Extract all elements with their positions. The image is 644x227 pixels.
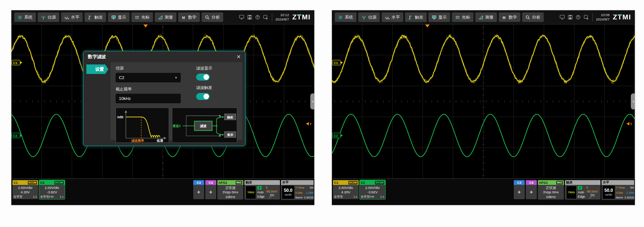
flow-display-button[interactable]: 显示 (227, 133, 233, 137)
channel-C2-block[interactable]: C2DC1M 2.00V/div-3.92V全带宽FIR1:1 (39, 180, 65, 199)
channel-AFG1-block[interactable]: AFG150Ω 正弦波3Vpp 0mv10kHz (217, 180, 243, 200)
response-ylabel: 0dB (117, 115, 123, 119)
dial-icon[interactable] (255, 15, 261, 20)
channel-C3-block[interactable]: C3 + (514, 180, 525, 199)
menu-source[interactable]: 信源 (38, 12, 59, 22)
trigger-level-marker[interactable]: T (626, 122, 632, 126)
flow-trigger-button[interactable]: 触发 (227, 116, 233, 119)
chevron-down-icon: ▼ (175, 76, 177, 79)
channel-C1-block[interactable]: C1DC1M 2.00V/div4.20V全带宽1:1 (12, 180, 38, 199)
separator (272, 13, 272, 21)
c1-marker[interactable]: C1 (12, 60, 22, 65)
trigger-block[interactable]: 触发 TRIG 2AutoEdge T: -80.0mVDC (244, 180, 280, 200)
menu-math[interactable]: M数学 (499, 12, 520, 22)
search-icon (525, 15, 530, 20)
menu-system[interactable]: 系统 (14, 12, 36, 22)
trigger-block[interactable]: 触发 TRIG 2AutoEdge T: -80.0mVDC (565, 180, 600, 200)
gear-icon (338, 15, 343, 20)
channel-C4-block[interactable]: C4 + (205, 180, 216, 199)
channel-C4-block[interactable]: C4 + (526, 180, 537, 199)
monitor-icon[interactable] (239, 15, 244, 20)
add-channel-icon: + (206, 186, 216, 199)
measure-icon (479, 15, 483, 20)
add-channel-icon: + (514, 186, 524, 199)
c2-marker[interactable]: C2 (332, 133, 343, 138)
wave-icon (64, 15, 69, 20)
menu-system[interactable]: 系统 (335, 12, 356, 22)
disk-icon[interactable] (247, 15, 252, 20)
menu-cursor[interactable]: 光标 (131, 12, 153, 22)
timebase-box: 50.0us/div (282, 186, 294, 199)
oscilloscope-panel-right: 系统信源水平触发显示光标测量M数学分析 10:08 2024/8/7 ZTMI … (332, 10, 635, 205)
flow-filter-label: 滤波 (200, 124, 207, 128)
menu-buttons: 系统信源水平触发显示光标测量M数学分析 (14, 12, 223, 22)
coupling-badge: DC1M (375, 181, 384, 185)
response-type-label: 低通 (156, 139, 164, 142)
status-icons (559, 15, 589, 20)
menu-math[interactable]: M数学 (178, 12, 200, 22)
filter-display-toggle[interactable] (196, 74, 210, 81)
menu-source[interactable]: 信源 (358, 12, 380, 22)
waveform-display: C1C2T ‹ (332, 24, 635, 179)
menu-trigger[interactable]: 触发 (405, 12, 427, 22)
touch-icon[interactable] (584, 15, 589, 20)
trigger-position-marker[interactable] (425, 25, 430, 27)
c1-marker[interactable]: C1 (332, 60, 343, 65)
monitor-icon[interactable] (559, 15, 565, 20)
menu-cursor[interactable]: 光标 (452, 12, 473, 22)
coupling-badge: DC1M (348, 181, 357, 185)
trigger-position-marker[interactable] (143, 25, 148, 27)
channel-C1-block[interactable]: C1DC1M 2.00V/div4.20V全带宽1:1 (333, 180, 359, 199)
menu-analyze[interactable]: 分析 (522, 12, 544, 22)
channel-C3-block[interactable]: C3 + (193, 180, 204, 199)
menu-measure[interactable]: 测量 (475, 12, 497, 22)
trigger-level-marker[interactable]: T (306, 122, 312, 126)
date-text: 2024/8/7 (596, 17, 610, 22)
disk-icon[interactable] (568, 15, 573, 20)
screen-icon (432, 15, 437, 20)
svg-text:M: M (503, 15, 506, 19)
source-select[interactable]: C2 ▼ (116, 73, 181, 82)
trig-indicator: TRIG (246, 186, 256, 199)
brand-logo: ZTMI (613, 13, 632, 21)
channel-AFG1-block[interactable]: AFG150Ω 正弦波3Vpp 0mv10kHz (538, 180, 564, 200)
trig-indicator: TRIG (566, 186, 577, 199)
horizontal-block[interactable]: 水平 50.0us/div T-Time500us 0.00s1.25Mpts … (281, 180, 314, 200)
menu-analyze[interactable]: 分析 (202, 12, 223, 22)
trigger-source-badge: 2 (578, 186, 582, 190)
menu-bar: 系统信源水平触发显示光标测量M数学分析 10:08 2024/8/7 ZTMI (332, 10, 635, 24)
menu-horizontal[interactable]: 水平 (61, 12, 83, 22)
menu-trigger[interactable]: 触发 (85, 12, 106, 22)
menu-horizontal[interactable]: 水平 (382, 12, 403, 22)
filter-trigger-toggle[interactable] (196, 93, 210, 100)
source-value: C2 (119, 75, 124, 80)
bar-right: 10:08 2024/8/7 ZTMI (559, 13, 632, 22)
collapse-handle[interactable]: ‹ (310, 93, 315, 109)
measure-icon (158, 15, 163, 20)
cutoff-input[interactable]: 10kHz (116, 94, 181, 103)
touch-icon[interactable] (263, 15, 269, 20)
dialog-fields: 信源 C2 ▼ 截止频率 10kHz (116, 65, 237, 107)
menu-display[interactable]: 显示 (108, 12, 130, 22)
dialog-body: 设置 信源 C2 ▼ 截止频率 10kHz (83, 62, 245, 143)
status-icons (239, 15, 269, 20)
logo-triangle-icon (298, 14, 301, 16)
menu-buttons: 系统信源水平触发显示光标测量M数学分析 (335, 12, 544, 22)
antenna-icon (41, 15, 46, 20)
channel-C2-block[interactable]: C2DC1M 2.00V/div-3.92V全带宽FIR1:1 (360, 180, 385, 199)
dial-icon[interactable] (576, 15, 581, 20)
horizontal-block[interactable]: 水平 50.0us/div T-Time500us 0.00s1.25Mpts … (602, 180, 634, 200)
tab-settings[interactable]: 设置 (86, 64, 108, 74)
menu-display[interactable]: 显示 (428, 12, 450, 22)
filter-response-diagram: 0dB 滤波频率 低通 (116, 108, 169, 143)
filter-flow-diagram: 通道2 滤波 触发 (172, 108, 237, 143)
coupling-badge: DC1M (28, 181, 37, 185)
menu-measure[interactable]: 测量 (155, 12, 176, 22)
svg-text:C2: C2 (334, 134, 338, 138)
antenna-icon (362, 15, 366, 20)
dialog-title-bar: 数字滤波 ✕ (83, 51, 245, 62)
add-channel-icon: + (194, 186, 203, 199)
close-icon[interactable]: ✕ (236, 54, 241, 59)
collapse-handle[interactable]: ‹ (631, 93, 635, 109)
trigger-source-badge: 2 (257, 186, 262, 190)
